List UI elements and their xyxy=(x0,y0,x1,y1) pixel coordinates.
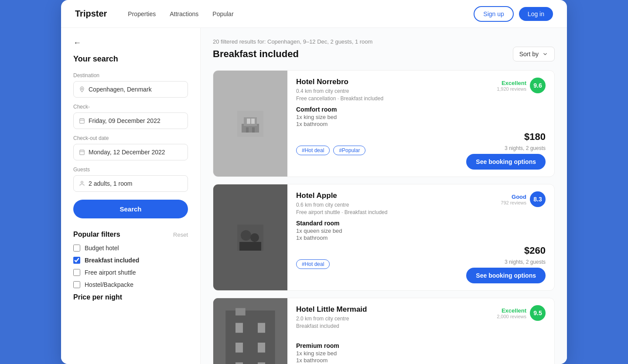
hotel-card-apple: Hotel Apple 0.6 km from city centre Free… xyxy=(213,184,555,291)
guests-input[interactable]: 2 adults, 1 room xyxy=(73,175,188,192)
destination-input[interactable]: Copenhagen, Denmark xyxy=(73,81,188,98)
hotel-info-norrebro: Hotel Norrebro 0.4 km from city centre F… xyxy=(287,71,554,177)
calendar-icon xyxy=(79,118,85,124)
hotel-middle-apple: Standard room 1x queen size bed 1x bathr… xyxy=(296,220,546,242)
svg-rect-16 xyxy=(252,127,255,133)
hotel-text-norrebro: Hotel Norrebro 0.4 km from city centre F… xyxy=(296,78,383,102)
svg-point-0 xyxy=(81,88,83,90)
book-button-norrebro[interactable]: See booking options xyxy=(466,154,546,170)
destination-label: Destination xyxy=(73,72,188,78)
reset-filters-button[interactable]: Reset xyxy=(173,231,188,238)
main-layout: ← Your search Destination Copenhagen, De… xyxy=(61,28,567,364)
filter-hostel-checkbox[interactable] xyxy=(73,281,80,288)
nav-attractions[interactable]: Attractions xyxy=(170,10,198,17)
login-button[interactable]: Log in xyxy=(519,7,553,21)
nav-properties[interactable]: Properties xyxy=(128,10,156,17)
rating-reviews-little-mermaid: 2,000 reviews xyxy=(497,314,526,319)
rating-reviews-apple: 792 reviews xyxy=(501,200,526,205)
rating-col-apple: Good 792 reviews xyxy=(501,194,526,205)
filter-breakfast[interactable]: Breakfast included xyxy=(73,257,188,264)
checkout-input[interactable]: Monday, 12 December 2022 xyxy=(73,144,188,160)
svg-rect-27 xyxy=(258,343,265,353)
rating-block-little-mermaid: Excellent 2,000 reviews 9.5 xyxy=(497,305,546,321)
filter-budget[interactable]: Budget hotel xyxy=(73,245,188,252)
hotel-name-norrebro: Hotel Norrebro xyxy=(296,78,383,86)
guests-value: 2 adults, 1 room xyxy=(89,180,132,187)
search-button[interactable]: Search xyxy=(73,200,188,218)
popular-filters-title: Popular filters xyxy=(73,231,120,238)
tag-hot-deal-apple: #Hot deal xyxy=(296,259,330,269)
svg-rect-13 xyxy=(247,119,250,124)
room-type-apple: Standard room xyxy=(296,220,546,227)
rating-score-apple: 8.3 xyxy=(530,191,546,207)
filter-budget-checkbox[interactable] xyxy=(73,245,80,252)
hotel-image-norrebro xyxy=(213,71,287,177)
book-button-apple[interactable]: See booking options xyxy=(466,268,546,283)
hotel-name-apple: Hotel Apple xyxy=(296,191,387,200)
destination-value: Copenhagen, Denmark xyxy=(89,86,152,93)
hotel-amenities-little-mermaid: Breakfast included xyxy=(296,323,367,329)
price-and-book-apple: $260 3 nights, 2 guests See booking opti… xyxy=(466,245,546,283)
rating-reviews-norrebro: 1,920 reviews xyxy=(497,86,526,92)
price-meta-norrebro: 3 nights, 2 guests xyxy=(505,145,546,151)
price-meta-apple: 3 nights, 2 guests xyxy=(505,259,546,265)
room-bathroom-norrebro: 1x bathroom xyxy=(296,121,546,127)
results-header: Breakfast included Sort by xyxy=(213,47,555,61)
svg-rect-5 xyxy=(80,150,85,155)
tags-norrebro: #Hot deal #Popular xyxy=(296,146,365,155)
room-bed-norrebro: 1x king size bed xyxy=(296,114,546,120)
price-per-night-title: Price per night xyxy=(73,293,188,301)
svg-point-18 xyxy=(241,230,251,241)
rating-col-little-mermaid: Excellent 2,000 reviews xyxy=(497,307,526,319)
rating-score-norrebro: 9.6 xyxy=(530,78,546,93)
rating-col-norrebro: Excellent 1,920 reviews xyxy=(497,80,526,92)
results-meta: 20 filtered results for: Copenhagen, 9–1… xyxy=(213,38,555,45)
your-search-title: Your search xyxy=(73,54,188,64)
hotel-bottom-apple: #Hot deal $260 3 nights, 2 guests See bo… xyxy=(296,245,546,283)
rating-row-apple: Good 792 reviews 8.3 xyxy=(501,191,546,207)
hotel-name-little-mermaid: Hotel Little Mermaid xyxy=(296,305,367,314)
header: Tripster Properties Attractions Popular … xyxy=(61,0,567,28)
checkin-label: Check- xyxy=(73,104,188,110)
filters-header: Popular filters Reset xyxy=(73,231,188,238)
filter-breakfast-checkbox[interactable] xyxy=(73,257,80,264)
filter-hostel[interactable]: Hostel/Backpacke xyxy=(73,281,188,288)
hotel-text-little-mermaid: Hotel Little Mermaid 2.0 km from city ce… xyxy=(296,305,367,329)
nav-popular[interactable]: Popular xyxy=(212,10,233,17)
room-bed-apple: 1x queen size bed xyxy=(296,228,546,234)
rating-row-little-mermaid: Excellent 2,000 reviews 9.5 xyxy=(497,305,546,321)
checkout-label: Check-out date xyxy=(73,135,188,141)
checkin-input[interactable]: Friday, 09 December 2022 xyxy=(73,112,188,129)
signup-button[interactable]: Sign up xyxy=(474,6,513,22)
hotel-amenities-apple: Free airport shuttle · Breakfast include… xyxy=(296,209,387,215)
tag-popular-norrebro: #Popular xyxy=(333,146,365,155)
hotel-middle-little-mermaid: Premium room 1x king size bed 1x bathroo… xyxy=(296,342,546,364)
hotel-text-apple: Hotel Apple 0.6 km from city centre Free… xyxy=(296,191,387,215)
svg-point-9 xyxy=(81,181,83,184)
sort-dropdown[interactable]: Sort by xyxy=(513,47,555,61)
person-icon xyxy=(79,180,85,187)
svg-rect-25 xyxy=(258,323,265,333)
rating-block-norrebro: Excellent 1,920 reviews 9.6 xyxy=(497,78,546,93)
room-type-norrebro: Comfort room xyxy=(296,106,546,113)
hotel-card-little-mermaid: HOTEL Hotel Little Mermaid 2.0 km from c… xyxy=(213,298,555,364)
price-and-book-norrebro: $180 3 nights, 2 guests See booking opti… xyxy=(466,131,546,170)
tags-apple: #Hot deal xyxy=(296,259,330,269)
svg-rect-1 xyxy=(80,119,85,123)
back-button[interactable]: ← xyxy=(73,38,81,48)
hotel-image-apple xyxy=(213,184,287,290)
room-type-little-mermaid: Premium room xyxy=(296,342,546,349)
hotel-info-little-mermaid: Hotel Little Mermaid 2.0 km from city ce… xyxy=(287,298,554,364)
filter-shuttle-checkbox[interactable] xyxy=(73,269,80,276)
filter-hostel-label: Hostel/Backpacke xyxy=(85,281,133,288)
location-icon xyxy=(79,86,85,92)
price-norrebro: $180 xyxy=(524,131,546,143)
svg-rect-29 xyxy=(258,362,265,364)
hotel-card-norrebro: Hotel Norrebro 0.4 km from city centre F… xyxy=(213,70,555,177)
filter-shuttle[interactable]: Free airport shuttle xyxy=(73,269,188,276)
hotel-image-little-mermaid: HOTEL xyxy=(213,298,287,364)
rating-score-little-mermaid: 9.5 xyxy=(530,305,546,321)
checkin-value: Friday, 09 December 2022 xyxy=(89,117,160,124)
chevron-down-icon xyxy=(542,51,548,57)
hotel-info-apple: Hotel Apple 0.6 km from city centre Free… xyxy=(287,184,554,290)
